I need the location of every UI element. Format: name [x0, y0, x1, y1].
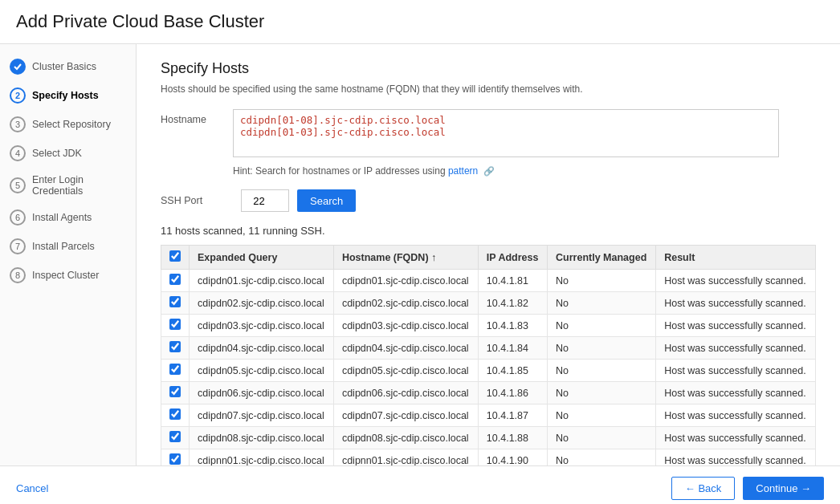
cell-expanded-query: cdipdn01.sjc-cdip.cisco.local	[190, 270, 334, 292]
sidebar-item-label: Install Agents	[32, 212, 92, 223]
row-checkbox[interactable]	[169, 274, 181, 285]
section-subtitle: Hosts should be specified using the same…	[161, 83, 816, 95]
sidebar-item-inspect-cluster[interactable]: 8 Inspect Cluster	[0, 261, 136, 290]
sidebar-item-select-jdk[interactable]: 4 Select JDK	[0, 139, 136, 168]
hostname-label: Hostname	[161, 109, 233, 125]
cell-ip: 10.4.1.88	[478, 427, 547, 449]
cell-result: Host was successfully scanned.	[656, 315, 816, 337]
cell-hostname: cdipdn02.sjc-cdip.cisco.local	[333, 292, 478, 315]
cell-result: Host was successfully scanned.	[656, 270, 816, 292]
section-title: Specify Hosts	[161, 60, 816, 77]
table-row: cdipdn07.sjc-cdip.cisco.local cdipdn07.s…	[161, 404, 816, 427]
cell-hostname: cdipdn05.sjc-cdip.cisco.local	[333, 360, 478, 382]
select-all-checkbox[interactable]	[169, 250, 181, 262]
footer-bar: Cancel ← Back Continue →	[0, 465, 840, 504]
cell-ip: 10.4.1.90	[478, 449, 547, 466]
row-checkbox-cell	[161, 315, 190, 337]
sidebar-item-select-repository[interactable]: 3 Select Repository	[0, 110, 136, 139]
row-checkbox-cell	[161, 449, 190, 466]
sidebar-item-label: Inspect Cluster	[32, 270, 99, 281]
cell-hostname: cdipnn01.sjc-cdip.cisco.local	[333, 449, 478, 466]
back-button[interactable]: ← Back	[671, 477, 736, 500]
cell-ip: 10.4.1.85	[478, 360, 547, 382]
page-title: Add Private Cloud Base Cluster	[0, 0, 840, 44]
hosts-table: Expanded Query Hostname (FQDN) ↑ IP Addr…	[161, 245, 816, 465]
cancel-button[interactable]: Cancel	[16, 482, 48, 494]
table-row: cdipnn01.sjc-cdip.cisco.local cdipnn01.s…	[161, 449, 816, 466]
cell-expanded-query: cdipdn02.sjc-cdip.cisco.local	[190, 292, 334, 315]
sidebar-item-specify-hosts[interactable]: 2 Specify Hosts	[0, 81, 136, 110]
row-checkbox[interactable]	[169, 431, 181, 442]
row-checkbox-cell	[161, 270, 190, 292]
col-header-ip: IP Address	[478, 246, 547, 270]
cell-managed: No	[548, 315, 656, 337]
cell-hostname: cdipdn07.sjc-cdip.cisco.local	[333, 404, 478, 427]
search-button[interactable]: Search	[297, 189, 356, 212]
cell-result: Host was successfully scanned.	[656, 427, 816, 449]
cell-result: Host was successfully scanned.	[656, 404, 816, 427]
sidebar-item-label: Install Parcels	[32, 241, 95, 252]
continue-button[interactable]: Continue →	[743, 477, 824, 500]
cell-managed: No	[548, 449, 656, 466]
row-checkbox[interactable]	[169, 364, 181, 375]
table-row: cdipdn08.sjc-cdip.cisco.local cdipdn08.s…	[161, 427, 816, 449]
row-checkbox[interactable]	[169, 319, 181, 330]
sidebar-item-install-parcels[interactable]: 7 Install Parcels	[0, 232, 136, 261]
checkmark-icon	[10, 59, 26, 75]
row-checkbox-cell	[161, 337, 190, 360]
cell-hostname: cdipdn01.sjc-cdip.cisco.local	[333, 270, 478, 292]
sidebar-item-install-agents[interactable]: 6 Install Agents	[0, 203, 136, 232]
col-header-expanded-query: Expanded Query	[190, 246, 334, 270]
step-number: 2	[10, 87, 26, 104]
content-area: Specify Hosts Hosts should be specified …	[137, 44, 840, 465]
cell-expanded-query: cdipdn03.sjc-cdip.cisco.local	[190, 315, 334, 337]
cell-ip: 10.4.1.87	[478, 404, 547, 427]
row-checkbox[interactable]	[169, 341, 181, 352]
cell-result: Host was successfully scanned.	[656, 337, 816, 360]
cell-expanded-query: cdipdn08.sjc-cdip.cisco.local	[190, 427, 334, 449]
step-number: 7	[10, 238, 26, 254]
cell-managed: No	[548, 404, 656, 427]
col-header-managed: Currently Managed	[548, 246, 656, 270]
cell-expanded-query: cdipdn04.sjc-cdip.cisco.local	[190, 337, 334, 360]
step-number: 5	[10, 177, 26, 193]
cell-hostname: cdipdn06.sjc-cdip.cisco.local	[333, 382, 478, 404]
row-checkbox[interactable]	[169, 408, 181, 420]
row-checkbox[interactable]	[169, 296, 181, 307]
hostname-input[interactable]	[233, 109, 779, 157]
sidebar-item-label: Specify Hosts	[32, 90, 99, 101]
step-number: 8	[10, 267, 26, 283]
row-checkbox-cell	[161, 360, 190, 382]
cell-managed: No	[548, 382, 656, 404]
cell-result: Host was successfully scanned.	[656, 449, 816, 466]
table-row: cdipdn04.sjc-cdip.cisco.local cdipdn04.s…	[161, 337, 816, 360]
cell-ip: 10.4.1.82	[478, 292, 547, 315]
pattern-link[interactable]: pattern	[448, 165, 478, 177]
table-row: cdipdn05.sjc-cdip.cisco.local cdipdn05.s…	[161, 360, 816, 382]
row-checkbox-cell	[161, 292, 190, 315]
step-number: 4	[10, 145, 26, 161]
table-row: cdipdn01.sjc-cdip.cisco.local cdipdn01.s…	[161, 270, 816, 292]
cell-managed: No	[548, 270, 656, 292]
row-checkbox[interactable]	[169, 386, 181, 397]
cell-hostname: cdipdn08.sjc-cdip.cisco.local	[333, 427, 478, 449]
sidebar-item-enter-login-credentials[interactable]: 5 Enter Login Credentials	[0, 168, 136, 203]
col-header-result: Result	[656, 246, 816, 270]
hint-text: Hint: Search for hostnames or IP address…	[233, 165, 448, 177]
table-row: cdipdn06.sjc-cdip.cisco.local cdipdn06.s…	[161, 382, 816, 404]
cell-expanded-query: cdipnn01.sjc-cdip.cisco.local	[190, 449, 334, 466]
ssh-port-input[interactable]	[241, 189, 289, 212]
step-number: 3	[10, 116, 26, 132]
sidebar-item-label: Cluster Basics	[32, 61, 96, 72]
cell-ip: 10.4.1.83	[478, 315, 547, 337]
sidebar-item-cluster-basics[interactable]: Cluster Basics	[0, 52, 136, 81]
cell-managed: No	[548, 292, 656, 315]
cell-expanded-query: cdipdn05.sjc-cdip.cisco.local	[190, 360, 334, 382]
sidebar-item-label: Enter Login Credentials	[32, 174, 126, 197]
row-checkbox-cell	[161, 404, 190, 427]
scan-result-text: 11 hosts scanned, 11 running SSH.	[161, 225, 816, 237]
sidebar: Cluster Basics 2 Specify Hosts 3 Select …	[0, 44, 137, 465]
row-checkbox-cell	[161, 427, 190, 449]
cell-result: Host was successfully scanned.	[656, 360, 816, 382]
row-checkbox[interactable]	[169, 453, 181, 465]
